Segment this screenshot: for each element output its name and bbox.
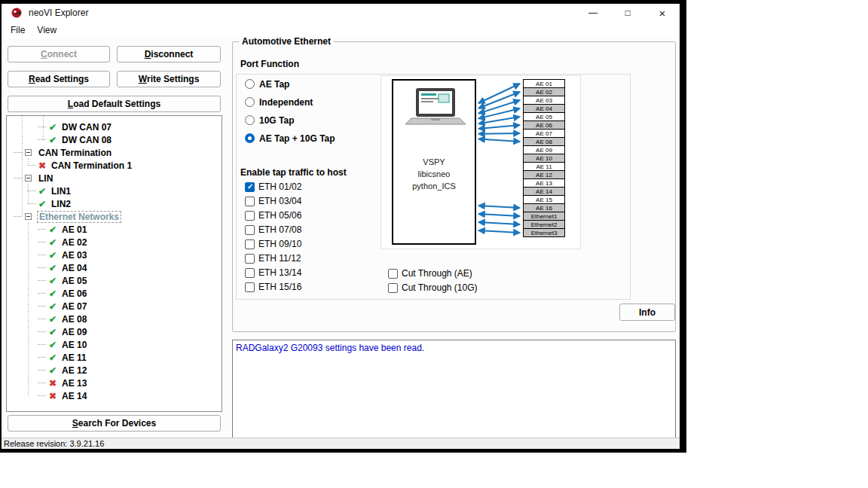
- group-title: Automotive Ethernet: [239, 36, 334, 47]
- port-label: AE 13: [536, 180, 552, 187]
- checkbox-icon: [245, 197, 255, 206]
- tree-item[interactable]: Ethernet Networks: [7, 210, 222, 223]
- log-area: RADGalaxy2 G20093 settings have been rea…: [232, 340, 676, 438]
- app-window: neoVI Explorer — □ × File View Connect D…: [2, 4, 680, 449]
- radio-option[interactable]: AE Tap: [245, 78, 335, 90]
- tree-item-label: DW CAN 08: [60, 135, 113, 145]
- tree-item[interactable]: AE 03: [7, 249, 222, 261]
- status-icon: [47, 378, 58, 389]
- status-icon: [37, 199, 47, 209]
- search-for-devices-button[interactable]: Search For Devices: [8, 415, 221, 432]
- checkbox-option[interactable]: ETH 05/06: [245, 210, 301, 221]
- checkbox-option[interactable]: ETH 15/16: [245, 282, 301, 292]
- radio-option[interactable]: Independent: [245, 96, 335, 108]
- tree-item[interactable]: CAN Termination: [7, 146, 222, 159]
- status-icon: [47, 288, 58, 299]
- tree-item-label: AE 09: [60, 327, 88, 337]
- load-default-settings-button[interactable]: Load Default Settings: [8, 96, 221, 112]
- release-revision: Release revision: 3.9.21.16: [4, 439, 104, 448]
- tree-item[interactable]: AE 13: [7, 377, 222, 389]
- checkbox-option[interactable]: Cut Through (AE): [388, 268, 478, 279]
- app-icon: [11, 7, 23, 19]
- tree-item[interactable]: AE 01: [7, 223, 222, 236]
- title-bar: neoVI Explorer — □ ×: [2, 4, 680, 22]
- tree-item[interactable]: AE 04: [7, 261, 222, 274]
- tree-item[interactable]: AE 06: [7, 287, 222, 300]
- port-label: Ethernet3: [531, 230, 558, 236]
- tree-item[interactable]: DW CAN 07: [7, 120, 222, 133]
- status-icon: [47, 276, 58, 286]
- status-icon: [25, 149, 32, 156]
- checkbox-option[interactable]: ETH 03/04: [245, 196, 301, 206]
- status-icon: [47, 135, 58, 145]
- tree-item[interactable]: AE 11: [7, 351, 222, 364]
- info-button[interactable]: Info: [619, 303, 675, 321]
- tree-item[interactable]: DW CAN 08: [7, 133, 222, 146]
- tree-item[interactable]: CAN Termination 1: [7, 159, 222, 172]
- tree-item-label: AE 11: [60, 352, 88, 363]
- tree-item[interactable]: AE 14: [7, 389, 222, 402]
- radio-label: Independent: [259, 97, 313, 108]
- status-icon: [47, 327, 58, 337]
- port-label: AE 07: [536, 130, 552, 137]
- tree-item[interactable]: AE 08: [7, 313, 222, 325]
- checkbox-option[interactable]: Cut Through (10G): [388, 282, 478, 293]
- tree-item-label: AE 07: [60, 301, 88, 312]
- radio-option[interactable]: 10G Tap: [245, 114, 335, 126]
- maximize-icon[interactable]: □: [610, 4, 645, 22]
- status-icon: [47, 340, 58, 350]
- tree-item[interactable]: AE 07: [7, 300, 222, 313]
- menu-item[interactable]: File: [5, 23, 31, 38]
- tree-item-label: AE 03: [60, 250, 88, 261]
- minimize-icon[interactable]: —: [576, 4, 610, 22]
- checkbox-option[interactable]: ETH 07/08: [245, 224, 301, 235]
- port-function-options: AE Tap Independent 10G Tap AE Ta: [245, 78, 335, 144]
- radio-option[interactable]: AE Tap + 10G Tap: [245, 133, 335, 144]
- tree-item-label: AE 12: [60, 365, 88, 376]
- status-icon: [47, 237, 58, 248]
- checkbox-option[interactable]: ETH 13/14: [245, 267, 301, 278]
- tree-item-label: AE 01: [60, 224, 88, 235]
- tree-item[interactable]: AE 09: [7, 325, 222, 338]
- port-label: AE 05: [536, 114, 552, 120]
- device-tree[interactable]: DW CAN 07 DW CAN 08 CAN Termination CAN …: [6, 115, 222, 412]
- tree-item[interactable]: LIN: [7, 172, 222, 185]
- port-label: AE 16: [536, 205, 552, 212]
- tree-item[interactable]: AE 02: [7, 236, 222, 249]
- port-label: AE 10: [536, 155, 552, 162]
- checkbox-option[interactable]: ETH 09/10: [245, 239, 301, 249]
- status-icon: [37, 186, 47, 197]
- connect-button[interactable]: Connect: [8, 46, 110, 63]
- radio-label: AE Tap: [259, 79, 289, 90]
- tree-item[interactable]: AE 05: [7, 274, 222, 287]
- status-icon: [25, 213, 32, 220]
- host-label: VSPY libicsneo python_ICS: [393, 156, 475, 192]
- tree-item[interactable]: LIN1: [7, 185, 222, 197]
- checkbox-icon: [245, 268, 255, 278]
- window-title: neoVI Explorer: [29, 8, 88, 18]
- status-icon: [47, 250, 58, 261]
- tree-item-label: LIN: [37, 173, 54, 184]
- status-icon: [47, 224, 58, 235]
- port-label: AE 09: [536, 147, 552, 154]
- port-label: AE 08: [536, 139, 552, 145]
- laptop-icon: [393, 85, 478, 130]
- disconnect-button[interactable]: Disconnect: [117, 46, 221, 63]
- port-label: Ethernet2: [531, 221, 558, 228]
- status-message: RADGalaxy2 G20093 settings have been rea…: [236, 343, 672, 353]
- close-icon[interactable]: ×: [645, 4, 680, 22]
- write-settings-button[interactable]: Write Settings: [117, 71, 221, 87]
- port-label: AE 12: [536, 172, 552, 178]
- checkbox-option[interactable]: ETH 01/02: [245, 181, 301, 192]
- checkbox-option[interactable]: ETH 11/12: [245, 253, 301, 264]
- tree-item[interactable]: AE 12: [7, 364, 222, 377]
- read-settings-button[interactable]: Read Settings: [8, 71, 110, 87]
- tree-item[interactable]: LIN2: [7, 197, 222, 210]
- automotive-ethernet-group: Automotive Ethernet Port Function AE Tap…: [232, 41, 676, 332]
- checkbox-label: ETH 01/02: [258, 181, 301, 192]
- checkbox-icon: [245, 282, 255, 292]
- host-label-line: python_ICS: [393, 180, 475, 192]
- tree-item-label: CAN Termination: [37, 148, 113, 158]
- tree-item[interactable]: AE 10: [7, 338, 222, 351]
- menu-item[interactable]: View: [31, 23, 63, 38]
